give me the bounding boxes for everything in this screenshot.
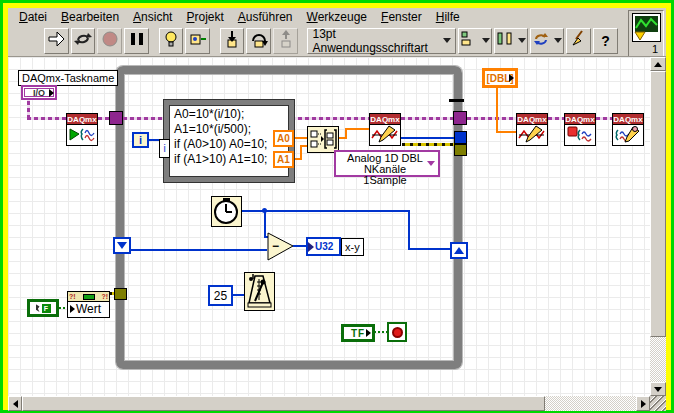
write-icon bbox=[370, 125, 400, 144]
error-tunnel-left[interactable] bbox=[114, 288, 127, 300]
stop-wire bbox=[374, 331, 387, 333]
scroll-down-button[interactable] bbox=[650, 382, 666, 396]
scroll-right-button[interactable] bbox=[636, 396, 650, 411]
control-nub-icon bbox=[366, 329, 371, 337]
daqmx-stop-task-vi[interactable]: DAQmx bbox=[564, 113, 596, 146]
run-button[interactable] bbox=[44, 28, 69, 54]
arrow-up-icon bbox=[654, 62, 662, 67]
shift-register-right[interactable] bbox=[450, 242, 468, 259]
wait-ms-constant[interactable]: 25 bbox=[208, 285, 233, 306]
step-into-icon bbox=[222, 29, 242, 52]
menu-hilfe[interactable]: Hilfe bbox=[429, 9, 467, 25]
task-name-label[interactable]: DAQmx-Taskname bbox=[18, 70, 118, 86]
step-out-button[interactable] bbox=[273, 28, 298, 54]
vi-icon[interactable] bbox=[632, 13, 661, 42]
stop-button-terminal[interactable]: TF bbox=[341, 324, 375, 342]
dbl-array-control[interactable]: [DBL] bbox=[482, 68, 518, 88]
tick-count-clock-node[interactable] bbox=[211, 196, 242, 227]
horizontal-scroll-thumb[interactable] bbox=[22, 396, 545, 411]
shift-register-left[interactable] bbox=[113, 237, 131, 254]
help-button[interactable]: ? bbox=[593, 28, 618, 54]
reorder-button[interactable] bbox=[530, 28, 564, 54]
highlight-execution-button[interactable] bbox=[159, 28, 184, 54]
diagram-canvas[interactable]: DAQmx-Taskname I/O DAQmx i A0=10*(i/10);… bbox=[8, 57, 650, 396]
run-icon bbox=[46, 29, 66, 52]
task-tunnel-left[interactable] bbox=[109, 111, 123, 125]
write-icon bbox=[517, 125, 547, 144]
menu-fenster[interactable]: Fenster bbox=[374, 9, 429, 25]
window-border-inner: Datei Bearbeiten Ansicht Projekt Ausführ… bbox=[3, 3, 671, 410]
menu-datei[interactable]: Datei bbox=[12, 9, 54, 25]
vertical-scroll-thumb[interactable] bbox=[650, 71, 666, 337]
subtract-node[interactable]: − bbox=[267, 232, 295, 262]
step-into-button[interactable] bbox=[220, 28, 245, 54]
metronome-icon bbox=[245, 296, 274, 313]
chevron-down-icon bbox=[554, 38, 562, 43]
shift-register-up-icon bbox=[454, 247, 464, 254]
error-tunnel-right[interactable] bbox=[454, 144, 467, 156]
daqmx-taskname-control[interactable]: I/O bbox=[21, 85, 57, 100]
chevron-down-icon bbox=[482, 38, 490, 43]
run-continuous-button[interactable] bbox=[71, 28, 96, 54]
property-node-banner: ?! ?! bbox=[68, 292, 109, 302]
boolean-control-reference[interactable]: F bbox=[27, 299, 59, 317]
labview-window: Datei Bearbeiten Ansicht Projekt Ausführ… bbox=[8, 8, 666, 405]
value-property-node[interactable]: ?! ?! Wert bbox=[67, 291, 110, 318]
lightbulb-icon bbox=[161, 29, 181, 52]
task-wire bbox=[596, 117, 612, 120]
formula-line: A0=10*(i/10); bbox=[174, 107, 289, 122]
minus-sign: − bbox=[272, 239, 279, 253]
error-wire bbox=[402, 143, 456, 146]
menu-projekt[interactable]: Projekt bbox=[179, 9, 230, 25]
indicator-nub-icon bbox=[308, 242, 314, 252]
horizontal-scrollbar[interactable] bbox=[8, 396, 650, 411]
run-continuous-icon bbox=[73, 29, 93, 52]
build-array-node[interactable] bbox=[307, 126, 339, 153]
cleanup-diagram-button[interactable] bbox=[566, 28, 591, 54]
iteration-terminal[interactable]: i bbox=[132, 132, 149, 148]
font-selector[interactable]: 13pt Anwendungsschriftart bbox=[307, 28, 456, 54]
retain-values-icon bbox=[188, 29, 208, 52]
scroll-up-button[interactable] bbox=[650, 57, 666, 71]
shift-register-down-icon bbox=[117, 242, 127, 249]
u32-label[interactable]: x-y bbox=[341, 238, 364, 256]
menu-werkzeuge[interactable]: Werkzeuge bbox=[300, 9, 374, 25]
toolbar: 13pt Anwendungsschriftart ? bbox=[8, 25, 666, 56]
polymorphic-vi-selector[interactable]: Analog 1D DBL NKanäle 1Sample bbox=[334, 150, 440, 177]
chevron-down-icon bbox=[518, 38, 526, 43]
loop-condition-terminal[interactable] bbox=[387, 322, 407, 342]
border-tick bbox=[449, 99, 464, 102]
reference-glyph-icon bbox=[36, 304, 40, 312]
distribute-objects-button[interactable] bbox=[494, 28, 528, 54]
wait-next-ms-multiple-node[interactable] bbox=[244, 272, 275, 311]
menu-ausfuehren[interactable]: Ausführen bbox=[231, 9, 300, 25]
formula-input-i[interactable]: i bbox=[159, 139, 170, 158]
vertical-scrollbar[interactable] bbox=[650, 57, 666, 396]
task-wire bbox=[401, 117, 455, 120]
retain-wire-values-button[interactable] bbox=[185, 28, 210, 54]
align-objects-button[interactable] bbox=[458, 28, 492, 54]
daqmx-write-vi[interactable]: DAQmx bbox=[369, 113, 401, 146]
formula-output-a0[interactable]: A0 bbox=[273, 130, 294, 147]
menu-ansicht[interactable]: Ansicht bbox=[126, 9, 179, 25]
chevron-down-icon bbox=[443, 38, 451, 43]
tick-count-wire bbox=[408, 210, 410, 250]
abort-button[interactable] bbox=[97, 28, 122, 54]
daqmx-write-final-vi[interactable]: DAQmx bbox=[516, 113, 548, 146]
broom-icon bbox=[569, 29, 589, 52]
samples-tunnel[interactable] bbox=[454, 131, 467, 144]
step-over-button[interactable] bbox=[246, 28, 271, 54]
align-objects-icon bbox=[460, 30, 478, 52]
formula-output-a1[interactable]: A1 bbox=[273, 151, 294, 168]
daqmx-clear-task-vi[interactable]: DAQmx bbox=[612, 113, 644, 146]
u32-indicator[interactable]: U32 bbox=[306, 237, 341, 256]
menu-bearbeiten[interactable]: Bearbeiten bbox=[54, 9, 126, 25]
daqmx-start-task-vi[interactable]: DAQmx bbox=[66, 113, 98, 146]
pause-button[interactable] bbox=[124, 28, 149, 54]
task-tunnel-right[interactable] bbox=[453, 111, 467, 125]
scroll-left-button[interactable] bbox=[8, 396, 22, 411]
chevron-down-icon bbox=[427, 161, 435, 166]
arrow-right-icon bbox=[641, 400, 646, 408]
window-resize-grip[interactable] bbox=[650, 396, 666, 411]
distribute-objects-icon bbox=[496, 30, 514, 52]
